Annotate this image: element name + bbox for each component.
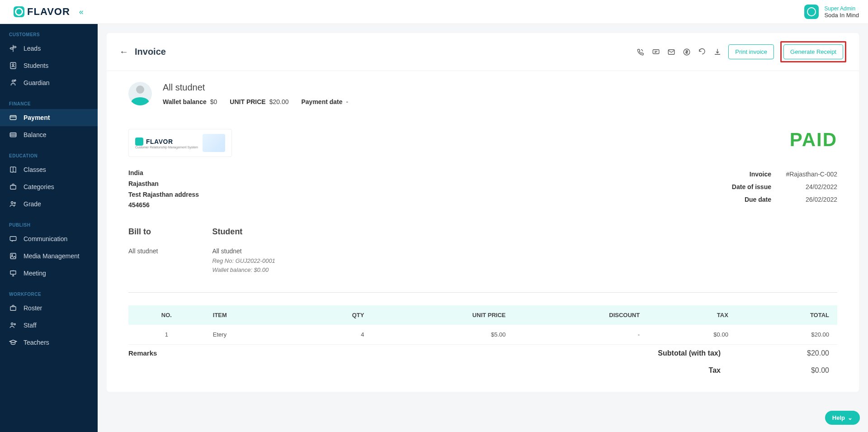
company-address: India Rajasthan Test Rajasthan address 4… [128, 168, 199, 211]
sidebar-item-payment[interactable]: Payment [0, 109, 98, 126]
sidebar-collapse-icon[interactable]: « [79, 7, 84, 17]
addr-postal: 454656 [128, 200, 199, 211]
svg-rect-13 [10, 307, 16, 310]
signpost-icon [9, 44, 17, 52]
cell-discount: - [514, 325, 648, 345]
line-items-table: NO. ITEM QTY UNIT PRICE DISCOUNT TAX TOT… [128, 305, 837, 345]
briefcase-icon [9, 183, 17, 191]
user-org: Soda In Mind [824, 12, 859, 19]
inv-value: #Rajasthan-C-002 [778, 168, 837, 180]
sidebar-item-communication[interactable]: Communication [0, 230, 98, 247]
message-icon[interactable] [651, 47, 660, 57]
cell-unit: $5.00 [372, 325, 514, 345]
brand-logo[interactable]: FLAVOR [14, 6, 70, 18]
col-tax: TAX [648, 305, 736, 325]
topbar-right: Super Admin Soda In Mind [804, 5, 859, 19]
back-arrow-icon[interactable]: ← [119, 47, 128, 57]
user-info[interactable]: Super Admin Soda In Mind [824, 5, 859, 19]
bill-to-title: Bill to [128, 227, 158, 237]
sidebar-item-teachers[interactable]: Teachers [0, 334, 98, 351]
svg-point-11 [12, 255, 13, 256]
unit-value: $20.00 [269, 98, 289, 105]
svg-rect-5 [10, 133, 16, 137]
inv-label: Date of issue [726, 180, 771, 193]
sidebar-item-guardian[interactable]: Guardian [0, 74, 98, 91]
undo-icon[interactable] [698, 47, 707, 57]
invoice-details: Invoice#Rajasthan-C-002 Date of issue24/… [726, 168, 837, 211]
cell-tax: $0.00 [648, 325, 736, 345]
users-icon [9, 200, 17, 208]
user-role: Super Admin [824, 5, 859, 12]
wallet-value: $0 [210, 98, 217, 105]
nav-header-customers: CUSTOMERS [0, 29, 98, 40]
svg-point-15 [14, 323, 15, 325]
svg-point-14 [11, 323, 14, 325]
sidebar-label: Grade [24, 200, 41, 208]
divider [128, 292, 837, 293]
sidebar-label: Leads [24, 45, 41, 52]
sidebar-item-categories[interactable]: Categories [0, 178, 98, 195]
bill-to: Bill to All studnet [128, 227, 158, 274]
sidebar-label: Guardian [24, 79, 50, 86]
brand-icon [14, 6, 24, 17]
sidebar: CUSTOMERS Leads Students Guardian FINANC… [0, 24, 98, 401]
print-invoice-button[interactable]: Print invoice [728, 44, 774, 59]
sidebar-label: Balance [24, 131, 47, 138]
sidebar-label: Classes [24, 166, 46, 173]
sidebar-label: Staff [24, 322, 37, 329]
sidebar-item-meeting[interactable]: Meeting [0, 265, 98, 282]
cell-no: 1 [128, 325, 205, 345]
inv-label: Due date [726, 193, 771, 206]
col-item: ITEM [205, 305, 291, 325]
table-row: 1 Etery 4 $5.00 - $0.00 $20.00 [128, 325, 837, 345]
generate-receipt-button[interactable]: Generate Receipt [783, 44, 843, 59]
phone-icon[interactable] [636, 47, 645, 57]
tax-row: Tax $0.00 [157, 362, 837, 379]
student-wallet: Wallet balance: $0.00 [212, 266, 275, 275]
svg-rect-6 [10, 185, 16, 189]
nav-header-finance: FINANCE [0, 99, 98, 109]
svg-rect-4 [10, 116, 16, 120]
download-icon[interactable] [713, 47, 722, 57]
addr-state: Rajasthan [128, 179, 199, 190]
inv-value: 24/02/2022 [778, 180, 837, 193]
payment-date-value: - [346, 98, 349, 105]
col-unit: UNIT PRICE [372, 305, 514, 325]
highlight-annotation: Generate Receipt [780, 41, 846, 62]
svg-rect-16 [653, 49, 660, 53]
sidebar-item-media[interactable]: Media Management [0, 247, 98, 265]
page-title: Invoice [135, 47, 166, 57]
svg-rect-9 [10, 237, 16, 241]
mail-icon[interactable] [667, 47, 676, 57]
subtotal-value: $20.00 [739, 349, 829, 357]
inv-value: 26/02/2022 [778, 193, 837, 206]
shield-icon [9, 79, 17, 87]
tax-label: Tax [165, 366, 739, 375]
logo-illustration [203, 134, 225, 152]
wallet-label: Wallet balance [163, 98, 207, 105]
brand-tagline: Customer Relationship Management System [135, 146, 198, 149]
sidebar-item-balance[interactable]: Balance [0, 126, 98, 143]
sidebar-label: Meeting [24, 270, 46, 277]
student-title: Student [212, 227, 275, 237]
user-avatar-icon[interactable] [804, 5, 819, 19]
col-total: TOTAL [736, 305, 837, 325]
book-icon [9, 166, 17, 174]
svg-rect-12 [10, 271, 16, 275]
sidebar-item-students[interactable]: Students [0, 57, 98, 74]
sidebar-item-leads[interactable]: Leads [0, 40, 98, 57]
sidebar-item-grade[interactable]: Grade [0, 195, 98, 213]
topbar: FLAVOR « Super Admin Soda In Mind [0, 0, 868, 24]
sidebar-label: Roster [24, 304, 42, 312]
bill-to-name: All studnet [128, 247, 158, 255]
dollar-icon[interactable] [682, 47, 691, 57]
chat-icon [9, 235, 17, 243]
sidebar-item-classes[interactable]: Classes [0, 161, 98, 178]
invoice-card: ← Invoice Print invoice Generate Receipt… [107, 33, 859, 392]
user-icon [9, 62, 17, 70]
sidebar-item-staff[interactable]: Staff [0, 317, 98, 334]
inv-label: Invoice [726, 168, 771, 180]
svg-point-8 [14, 202, 15, 204]
sidebar-label: Students [24, 62, 48, 69]
sidebar-item-roster[interactable]: Roster [0, 299, 98, 317]
